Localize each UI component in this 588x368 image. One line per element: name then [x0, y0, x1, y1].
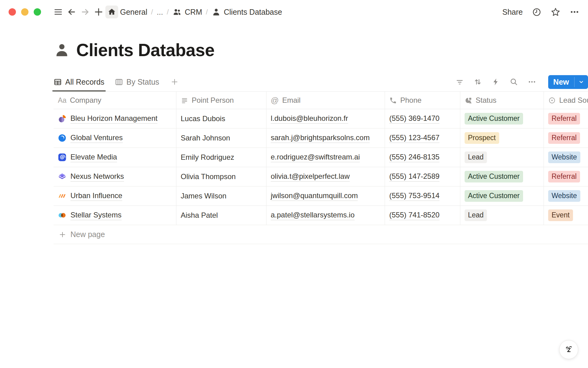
column-header-email[interactable]: @ Email	[266, 92, 385, 109]
table-row: Bleu Horizon ManagementLucas Duboisl.dub…	[54, 109, 588, 128]
home-button[interactable]	[105, 6, 118, 18]
email-cell[interactable]: e.rodriguez@swiftstream.ai	[266, 148, 385, 167]
ai-face-icon	[563, 343, 575, 356]
global-ventures-logo	[58, 134, 66, 142]
topbar-actions: Share	[502, 0, 579, 24]
status-cell[interactable]: Active Customer	[460, 109, 544, 128]
phone-link: (555) 246-8135	[389, 153, 439, 162]
filter-button[interactable]	[455, 78, 464, 86]
new-record-dropdown-button[interactable]	[575, 75, 588, 89]
phone-link: (555) 147-2589	[389, 172, 439, 182]
company-cell[interactable]: Stellar Systems	[54, 206, 176, 225]
breadcrumb-clients-database[interactable]: Clients Database	[212, 7, 282, 17]
column-header-status[interactable]: Status	[460, 92, 544, 109]
history-button[interactable]	[532, 7, 541, 17]
search-button[interactable]	[510, 78, 518, 86]
notion-ai-button[interactable]	[559, 340, 578, 359]
email-cell[interactable]: olivia.t@pixelperfect.law	[266, 167, 385, 186]
breadcrumb-crm-label: CRM	[185, 8, 202, 17]
company-page-link: Bleu Horizon Management	[70, 114, 157, 124]
ellipsis-icon	[528, 78, 536, 86]
point-person-cell[interactable]: Olivia Thompson	[176, 167, 266, 186]
plus-icon	[94, 7, 104, 17]
email-cell[interactable]: a.patel@stellarsystems.io	[266, 206, 385, 225]
status-cell[interactable]: Lead	[460, 206, 544, 225]
breadcrumb-general[interactable]: General	[120, 8, 147, 17]
minimize-window-button[interactable]	[21, 8, 28, 16]
column-label: Lead Source	[559, 96, 588, 105]
point-person-cell[interactable]: Sarah Johnson	[176, 128, 266, 148]
new-tab-button[interactable]	[92, 5, 105, 19]
sidebar-toggle-button[interactable]	[51, 5, 65, 19]
status-cell[interactable]: Prospect	[460, 128, 544, 148]
new-record-button[interactable]: New	[548, 75, 574, 89]
table-row: Stellar SystemsAisha Patela.patel@stella…	[54, 206, 588, 225]
point-person-cell[interactable]: James Wilson	[176, 186, 266, 205]
search-icon	[510, 78, 518, 86]
breadcrumb-page-label: Clients Database	[224, 8, 282, 17]
company-page-link: Elevate Media	[70, 153, 117, 162]
breadcrumb-crm[interactable]: CRM	[172, 7, 202, 17]
lead-source-cell[interactable]: Event	[544, 206, 588, 225]
tab-by-status-label: By Status	[126, 78, 159, 86]
phone-cell[interactable]: (555) 123-4567	[385, 128, 460, 148]
company-cell[interactable]: Urban Influence	[54, 186, 176, 205]
column-label: Email	[282, 96, 300, 105]
email-cell[interactable]: sarah.j@brightsparksolns.com	[266, 128, 385, 148]
lead-source-cell[interactable]: Website	[544, 148, 588, 167]
column-header-lead-source[interactable]: Lead Source	[544, 92, 588, 109]
point-person-cell[interactable]: Lucas Dubois	[176, 109, 266, 128]
lead-source-cell[interactable]: Referral	[544, 109, 588, 128]
more-options-button[interactable]	[570, 7, 579, 17]
breadcrumb: General / ... / CRM / Clients Database	[120, 7, 282, 17]
view-switcher-row: All Records By Status	[54, 72, 588, 91]
status-cell[interactable]: Active Customer	[460, 186, 544, 205]
company-cell[interactable]: Elevate Media	[54, 148, 176, 167]
phone-cell[interactable]: (555) 147-2589	[385, 167, 460, 186]
new-page-label: New page	[70, 230, 105, 239]
status-cell[interactable]: Active Customer	[460, 167, 544, 186]
phone-cell[interactable]: (555) 741-8520	[385, 206, 460, 225]
people-icon	[172, 7, 182, 17]
column-header-point-person[interactable]: Point Person	[176, 92, 266, 109]
view-more-button[interactable]	[528, 78, 536, 86]
tab-all-records[interactable]: All Records	[54, 72, 104, 91]
company-page-link: Global Ventures	[70, 133, 123, 143]
clock-icon	[532, 7, 541, 17]
email-link: jwilson@quantumquill.com	[271, 191, 358, 201]
status-cell[interactable]: Lead	[460, 148, 544, 167]
fullscreen-window-button[interactable]	[34, 8, 41, 16]
close-window-button[interactable]	[9, 8, 16, 16]
email-cell[interactable]: l.dubois@bleuhorizon.fr	[266, 109, 385, 128]
share-button[interactable]: Share	[502, 8, 523, 17]
forward-button[interactable]	[78, 5, 92, 19]
tab-by-status[interactable]: By Status	[115, 72, 159, 91]
lead-source-cell[interactable]: Referral	[544, 167, 588, 186]
phone-cell[interactable]: (555) 753-9514	[385, 186, 460, 205]
lead-source-cell[interactable]: Referral	[544, 128, 588, 148]
breadcrumb-collapsed[interactable]: ...	[157, 8, 163, 17]
automations-button[interactable]	[492, 78, 500, 86]
column-header-phone[interactable]: Phone	[385, 92, 460, 109]
column-header-company[interactable]: Aa Company	[54, 92, 176, 109]
company-cell[interactable]: Nexus Networks	[54, 167, 176, 186]
page-icon[interactable]	[54, 42, 70, 58]
lead-source-cell[interactable]: Website	[544, 186, 588, 205]
table-body: Bleu Horizon ManagementLucas Duboisl.dub…	[54, 109, 588, 225]
nexus-networks-logo	[58, 172, 66, 181]
page-title[interactable]: Clients Database	[76, 40, 214, 60]
phone-cell[interactable]: (555) 369-1470	[385, 109, 460, 128]
point-person-cell[interactable]: Aisha Patel	[176, 206, 266, 225]
favorite-button[interactable]	[551, 7, 560, 17]
company-cell[interactable]: Global Ventures	[54, 128, 176, 148]
table-view-icon	[54, 78, 62, 86]
add-view-button[interactable]	[170, 77, 179, 87]
new-page-button[interactable]: New page	[54, 225, 588, 244]
phone-cell[interactable]: (555) 246-8135	[385, 148, 460, 167]
sort-button[interactable]	[473, 78, 482, 86]
email-cell[interactable]: jwilson@quantumquill.com	[266, 186, 385, 205]
company-cell[interactable]: Bleu Horizon Management	[54, 109, 176, 128]
point-person-cell[interactable]: Emily Rodriguez	[176, 148, 266, 167]
lead-source-badge: Referral	[548, 132, 580, 144]
back-button[interactable]	[65, 5, 78, 19]
